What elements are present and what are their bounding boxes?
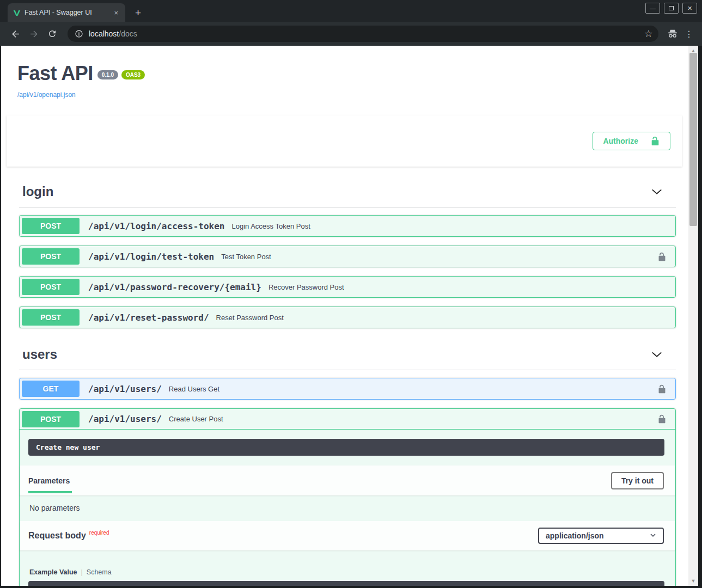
- window-controls: — ✕: [645, 3, 697, 14]
- page-info-icon[interactable]: [75, 29, 83, 38]
- op-path: /api/v1/users/: [88, 414, 162, 424]
- tab-schema[interactable]: Schema: [87, 568, 112, 576]
- opblock-read-users[interactable]: GET /api/v1/users/ Read Users Get: [19, 378, 676, 400]
- op-body: Create new user Parameters Try it out No…: [20, 439, 675, 586]
- minimize-button[interactable]: —: [645, 3, 660, 14]
- back-button[interactable]: [8, 26, 23, 41]
- op-summary-text: Login Access Token Post: [231, 222, 310, 230]
- opblock-create-user[interactable]: POST /api/v1/users/ Create User Post Cre…: [19, 408, 676, 586]
- content-type-select[interactable]: application/json: [538, 528, 664, 544]
- browser-body: Fast API0.1.0OAS3 /api/v1/openapi.json A…: [0, 46, 702, 586]
- auth-lock-button[interactable]: [657, 252, 670, 261]
- scheme-container: Authorize: [7, 115, 682, 167]
- browser-tab[interactable]: V Fast API - Swagger UI ×: [8, 3, 125, 22]
- op-summary-text: Read Users Get: [169, 385, 219, 393]
- model-example-tabs: Example Value|Schema: [20, 550, 675, 581]
- tab-strip: V Fast API - Swagger UI × + — ✕: [0, 0, 702, 22]
- method-badge: POST: [22, 218, 80, 234]
- request-body-header: Request bodyrequired application/json: [20, 521, 675, 550]
- opblock-login-access-token[interactable]: POST /api/v1/login/access-token Login Ac…: [19, 215, 676, 237]
- op-path: /api/v1/reset-password/: [88, 313, 209, 323]
- close-button[interactable]: ✕: [682, 3, 697, 14]
- new-tab-button[interactable]: +: [135, 8, 141, 18]
- authorize-button[interactable]: Authorize: [593, 132, 670, 150]
- page-title: Fast API: [17, 62, 93, 84]
- op-summary[interactable]: POST /api/v1/users/ Create User Post: [20, 409, 675, 430]
- example-code-block[interactable]: {: [28, 581, 664, 586]
- incognito-button[interactable]: [665, 26, 680, 41]
- back-arrow-icon: [10, 29, 21, 39]
- content-type-value: application/json: [546, 531, 604, 540]
- title-badges: 0.1.0OAS3: [97, 70, 145, 79]
- authorize-label: Authorize: [603, 137, 638, 145]
- unlocked-padlock-icon: [657, 414, 667, 424]
- auth-lock-button[interactable]: [657, 414, 670, 424]
- swagger-favicon-icon: V: [14, 9, 21, 17]
- page-scrollbar[interactable]: ▲ ▼: [688, 46, 698, 586]
- url-host: localhost: [89, 29, 119, 38]
- browser-menu-button[interactable]: ⋮: [683, 29, 694, 39]
- bookmark-star-icon[interactable]: ☆: [644, 29, 653, 39]
- address-bar[interactable]: localhost/docs ☆: [68, 26, 658, 42]
- maximize-icon: [669, 6, 674, 10]
- version-badge: 0.1.0: [97, 70, 118, 79]
- tag-header-users[interactable]: users: [19, 337, 676, 370]
- op-path: /api/v1/users/: [88, 384, 162, 394]
- browser-toolbar: localhost/docs ☆ ⋮: [0, 22, 702, 46]
- incognito-icon: [667, 29, 678, 39]
- op-summary[interactable]: POST /api/v1/login/test-token Test Token…: [20, 246, 675, 267]
- tab-example-value[interactable]: Example Value: [29, 568, 77, 576]
- no-parameters-text: No parameters: [20, 495, 675, 521]
- op-summary-text: Recover Password Post: [268, 283, 344, 291]
- openapi-spec-link[interactable]: /api/v1/openapi.json: [17, 91, 688, 99]
- try-it-out-button[interactable]: Try it out: [611, 472, 664, 489]
- tag-name: login: [22, 184, 53, 199]
- unlocked-padlock-icon: [650, 136, 660, 146]
- chevron-down-icon[interactable]: [651, 186, 663, 198]
- tag-header-login[interactable]: login: [19, 174, 676, 207]
- request-body-title: Request bodyrequired: [28, 531, 109, 541]
- auth-lock-button[interactable]: [657, 384, 670, 394]
- forward-arrow-icon: [29, 29, 39, 39]
- reload-icon: [47, 29, 57, 39]
- scrollbar-thumb[interactable]: [689, 53, 697, 226]
- chevron-down-icon[interactable]: [651, 348, 663, 360]
- op-summary[interactable]: POST /api/v1/reset-password/ Reset Passw…: [20, 307, 675, 328]
- chevron-down-icon: [650, 531, 656, 540]
- reload-button[interactable]: [45, 26, 60, 41]
- op-path: /api/v1/login/access-token: [88, 221, 224, 231]
- tab-separator: |: [81, 568, 83, 576]
- op-summary[interactable]: POST /api/v1/login/access-token Login Ac…: [20, 216, 675, 236]
- method-badge: POST: [22, 411, 80, 427]
- op-description: Create new user: [28, 439, 664, 456]
- forward-button[interactable]: [26, 26, 41, 41]
- window-right-edge: [698, 46, 702, 586]
- maximize-button[interactable]: [664, 3, 679, 14]
- tag-name: users: [22, 347, 57, 362]
- api-info: Fast API0.1.0OAS3 /api/v1/openapi.json: [1, 46, 688, 99]
- op-summary-text: Test Token Post: [221, 253, 271, 261]
- method-badge: POST: [22, 309, 80, 326]
- opblock-reset-password[interactable]: POST /api/v1/reset-password/ Reset Passw…: [19, 307, 676, 328]
- op-summary-text: Reset Password Post: [216, 314, 284, 322]
- url-text: localhost/docs: [89, 29, 137, 38]
- oas3-badge: OAS3: [121, 70, 145, 79]
- browser-window: V Fast API - Swagger UI × + — ✕ localhos…: [0, 0, 702, 588]
- operations-wrapper: login POST /api/v1/login/access-token Lo…: [1, 167, 688, 586]
- opblock-login-test-token[interactable]: POST /api/v1/login/test-token Test Token…: [19, 246, 676, 267]
- url-path: /docs: [119, 29, 137, 38]
- method-badge: GET: [22, 381, 80, 397]
- op-summary[interactable]: POST /api/v1/password-recovery/{email} R…: [20, 277, 675, 297]
- request-body-label: Request body: [28, 531, 86, 540]
- unlocked-padlock-icon: [657, 384, 667, 394]
- tab-parameters[interactable]: Parameters: [28, 468, 72, 493]
- tab-close-icon[interactable]: ×: [111, 8, 121, 18]
- scrollbar-down-arrow[interactable]: ▼: [688, 577, 698, 585]
- parameters-header: Parameters Try it out: [20, 465, 675, 495]
- method-badge: POST: [22, 279, 80, 295]
- page-viewport: Fast API0.1.0OAS3 /api/v1/openapi.json A…: [1, 46, 688, 586]
- unlocked-padlock-icon: [657, 252, 667, 261]
- op-summary[interactable]: GET /api/v1/users/ Read Users Get: [20, 378, 675, 399]
- opblock-password-recovery[interactable]: POST /api/v1/password-recovery/{email} R…: [19, 276, 676, 298]
- required-flag: required: [89, 530, 109, 536]
